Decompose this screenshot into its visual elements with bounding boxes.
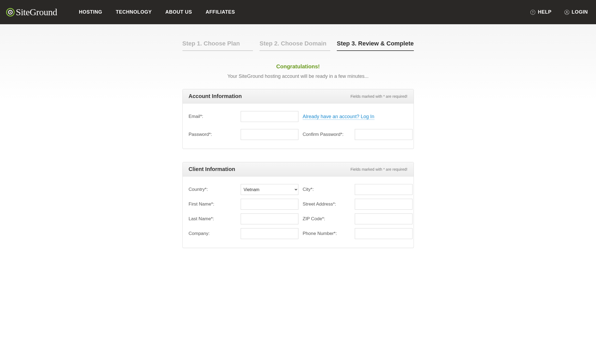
city-label: City*: [303,187,350,192]
svg-point-6 [566,11,567,12]
street-field[interactable] [355,199,412,210]
topbar: SiteGround HOSTING TECHNOLOGY ABOUT US A… [0,0,596,24]
company-field[interactable] [241,228,298,239]
account-panel-header: Account Information Fields marked with *… [183,89,414,103]
city-field[interactable] [355,184,412,195]
first-name-label: First Name*: [189,201,236,207]
first-name-field[interactable] [241,199,298,210]
help-label: HELP [538,9,551,15]
account-panel: Account Information Fields marked with *… [182,89,414,149]
phone-field[interactable] [355,228,412,239]
svg-point-2 [10,11,11,13]
password-field[interactable] [241,129,298,140]
required-note: Fields marked with * are required! [350,167,407,172]
account-panel-title: Account Information [189,93,242,99]
confirm-password-label: Confirm Password*: [303,132,350,137]
phone-label: Phone Number*: [303,231,350,236]
nav-affiliates[interactable]: AFFILIATES [206,9,235,15]
client-panel-header: Client Information Fields marked with * … [183,162,414,176]
login-link[interactable]: Already have an account? Log In [303,114,374,120]
primary-nav: HOSTING TECHNOLOGY ABOUT US AFFILIATES [79,9,235,15]
street-label: Street Address*: [303,201,350,207]
last-name-field[interactable] [241,213,298,224]
logo-swirl-icon [6,8,15,17]
step-3[interactable]: Step 3. Review & Complete [337,40,414,51]
help-button[interactable]: ? HELP [530,9,551,15]
congrats-block: Congratulations! Your SiteGround hosting… [182,63,414,79]
email-field[interactable] [241,111,298,122]
topbar-right: ? HELP LOGIN [530,9,588,15]
login-label: LOGIN [572,9,588,15]
password-label: Password*: [189,132,236,137]
step-1[interactable]: Step 1. Choose Plan [182,40,253,51]
logo-text: SiteGround [16,7,57,17]
page: Step 1. Choose Plan Step 2. Choose Domai… [0,24,596,364]
congrats-title: Congratulations! [182,63,414,70]
nav-about[interactable]: ABOUT US [165,9,192,15]
zip-field[interactable] [355,213,412,224]
login-button[interactable]: LOGIN [564,9,588,15]
last-name-label: Last Name*: [189,216,236,222]
client-panel: Client Information Fields marked with * … [182,162,414,248]
step-2[interactable]: Step 2. Choose Domain [259,40,330,51]
email-label: Email*: [189,114,236,119]
required-note: Fields marked with * are required! [350,94,407,99]
client-panel-title: Client Information [189,166,235,172]
confirm-password-field[interactable] [355,129,412,140]
logo[interactable]: SiteGround [6,7,57,17]
nav-hosting[interactable]: HOSTING [79,9,102,15]
company-label: Company: [189,231,236,236]
help-icon: ? [530,10,536,15]
svg-text:?: ? [532,10,534,14]
user-icon [564,10,570,15]
country-select[interactable]: Vietnam [241,184,298,195]
congrats-subtitle: Your SiteGround hosting account will be … [182,74,414,79]
nav-technology[interactable]: TECHNOLOGY [116,9,152,15]
country-label: Country*: [189,187,236,192]
zip-label: ZIP Code*: [303,216,350,222]
checkout-steps: Step 1. Choose Plan Step 2. Choose Domai… [182,24,414,51]
